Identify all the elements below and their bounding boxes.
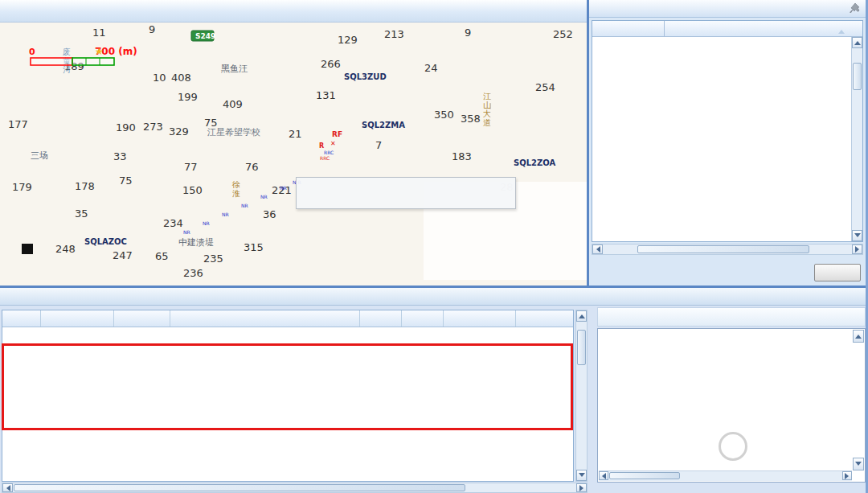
scroll-down-icon (854, 233, 861, 240)
map-label: RRC (324, 150, 334, 155)
sig-col-pci-rsrp[interactable] (444, 310, 516, 327)
scroll-right-button[interactable] (842, 471, 852, 480)
map-label: 273 (143, 121, 163, 133)
event-table (592, 20, 863, 242)
map-label: 236 (183, 267, 203, 279)
map-label: SQL3ZUD (344, 72, 387, 81)
map-label: 7 (375, 139, 382, 151)
filter-button[interactable] (814, 264, 861, 281)
scale-bar-red (31, 58, 72, 65)
pin-icon[interactable] (850, 2, 861, 18)
signaling-panel-title (0, 288, 868, 306)
scroll-left-button[interactable] (599, 471, 608, 480)
map-label: SQL2ZOA (514, 158, 556, 167)
scroll-up-button[interactable] (576, 310, 587, 322)
map-label: 350 (434, 109, 454, 121)
detail-panel (597, 328, 866, 483)
scrollbar-thumb[interactable] (853, 63, 862, 90)
map-label: NR (280, 185, 287, 191)
map-label: 190 (116, 121, 136, 134)
event-col-time[interactable] (592, 21, 665, 36)
scroll-up-button[interactable] (853, 330, 864, 343)
map-label: 266 (321, 58, 341, 70)
map-label: RF (332, 130, 342, 138)
map-label: NR (222, 212, 229, 217)
map-label: 213 (384, 28, 404, 40)
scrollbar-thumb[interactable] (14, 484, 465, 491)
map-label: 33 (113, 150, 127, 162)
map-label: 254 (535, 81, 555, 93)
scroll-down-button[interactable] (852, 230, 862, 241)
sig-col-filler (516, 310, 573, 327)
scroll-right-icon (579, 485, 587, 491)
scroll-left-icon (3, 485, 10, 491)
poi-star-icon: ★ (95, 46, 104, 57)
event-table-header (592, 21, 862, 37)
event-vertical-scrollbar[interactable] (851, 37, 862, 241)
scroll-down-icon (579, 473, 585, 480)
scale-bar-green (72, 58, 114, 65)
message-detail-tree[interactable] (600, 331, 852, 470)
scroll-right-icon (845, 473, 852, 479)
main-toolbar (0, 0, 587, 23)
map-label: 358 (461, 113, 481, 125)
scroll-left-icon (599, 473, 606, 479)
scroll-up-button[interactable] (852, 37, 862, 48)
sig-col-tec[interactable] (360, 310, 402, 327)
map-label: 11 (92, 27, 106, 39)
event-panel-title (589, 0, 866, 18)
map-label: 10 (153, 72, 166, 84)
map-label: 77 (184, 161, 198, 173)
map-label: 247 (113, 249, 133, 261)
scroll-down-button[interactable] (576, 470, 587, 481)
detail-horizontal-scrollbar[interactable] (599, 470, 852, 481)
map-label: R (319, 142, 324, 150)
sig-col-message[interactable] (170, 310, 360, 327)
signaling-vertical-scrollbar[interactable] (575, 310, 588, 482)
signaling-table-header (2, 310, 573, 327)
scroll-left-button[interactable] (592, 244, 603, 254)
scroll-down-button[interactable] (853, 458, 864, 470)
scroll-right-button[interactable] (576, 483, 587, 492)
event-col-event[interactable] (665, 21, 862, 36)
scrollbar-thumb[interactable] (577, 330, 586, 365)
event-list-panel (589, 0, 866, 286)
scrollbar-thumb[interactable] (637, 245, 809, 253)
map-label: 9 (465, 27, 471, 39)
sig-col-sn[interactable] (2, 310, 41, 327)
map-label: 150 (182, 184, 203, 196)
map-label: 9 (149, 23, 155, 35)
sig-col-timestamp[interactable] (41, 310, 114, 327)
vertical-splitter[interactable] (587, 0, 589, 286)
horizontal-splitter[interactable] (0, 286, 868, 288)
map-label: 131 (316, 89, 336, 101)
detail-panel-title (597, 307, 866, 327)
event-horizontal-scrollbar[interactable] (592, 244, 863, 255)
map-label: 三场 (31, 150, 48, 161)
scroll-right-icon (855, 246, 862, 253)
map-label: 329 (169, 125, 189, 138)
map-canvas[interactable]: 1199213129252266254131241891040819940919… (0, 23, 588, 286)
map-label: 76 (245, 161, 259, 173)
map-label: 江星希望学校 (207, 127, 260, 138)
scrollbar-thumb[interactable] (609, 472, 680, 479)
scroll-right-button[interactable] (852, 244, 862, 254)
map-event-tooltip (296, 177, 516, 209)
scroll-left-button[interactable] (2, 483, 13, 492)
sort-indicator-icon (838, 27, 845, 34)
road-sign: S249 (191, 31, 215, 41)
map-label: NR (203, 220, 210, 226)
map-label: NR (241, 203, 248, 208)
map-label: 235 (203, 253, 223, 265)
sig-col-channel[interactable] (114, 310, 170, 327)
map-label: 35 (75, 207, 88, 220)
map-label: 199 (178, 91, 198, 103)
sig-col-freq[interactable] (402, 310, 444, 327)
map-label: 21 (289, 128, 302, 140)
signaling-horizontal-scrollbar[interactable] (2, 483, 588, 493)
map-label: NR (183, 229, 190, 235)
svg-text:S249: S249 (195, 32, 215, 40)
map-label: 75 (119, 175, 133, 187)
map-label: 中建溃堤 (178, 237, 214, 248)
map-label: 252 (553, 28, 573, 40)
